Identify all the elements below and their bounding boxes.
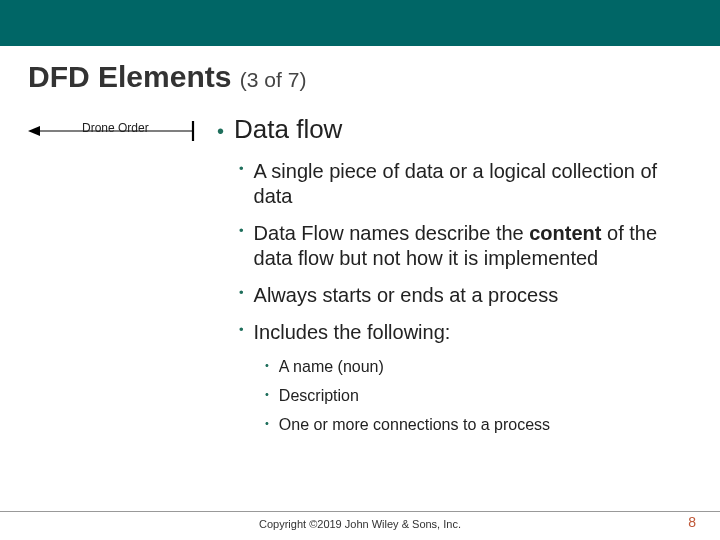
slide-title: DFD Elements bbox=[28, 60, 231, 93]
level2-item: •Always starts or ends at a process bbox=[239, 283, 692, 308]
level3-text: A name (noun) bbox=[279, 357, 384, 378]
bullet-icon: • bbox=[265, 357, 269, 375]
bullet-icon: • bbox=[239, 159, 244, 179]
data-flow-arrow-diagram: Drone Order bbox=[28, 118, 198, 144]
page-number: 8 bbox=[688, 514, 696, 530]
level2-text: Data Flow names describe the content of … bbox=[254, 221, 692, 271]
bullet-icon: • bbox=[265, 386, 269, 404]
heading-bullet: • Data flow bbox=[217, 114, 692, 145]
level2-text: A single piece of data or a logical coll… bbox=[254, 159, 692, 209]
level3-item: •One or more connections to a process bbox=[265, 415, 692, 436]
level2-item: •A single piece of data or a logical col… bbox=[239, 159, 692, 209]
footer: Copyright ©2019 John Wiley & Sons, Inc. bbox=[0, 511, 720, 540]
level3-list: •A name (noun)•Description•One or more c… bbox=[217, 357, 692, 435]
level2-text: Includes the following: bbox=[254, 320, 451, 345]
level3-text: One or more connections to a process bbox=[279, 415, 550, 436]
level3-text: Description bbox=[279, 386, 359, 407]
level2-list: •A single piece of data or a logical col… bbox=[217, 159, 692, 345]
content-row: Drone Order • Data flow •A single piece … bbox=[0, 102, 720, 443]
copyright-text: Copyright ©2019 John Wiley & Sons, Inc. bbox=[259, 518, 461, 530]
diagram-column: Drone Order bbox=[28, 114, 203, 443]
bullet-icon: • bbox=[239, 283, 244, 303]
level3-item: •A name (noun) bbox=[265, 357, 692, 378]
level3-item: •Description bbox=[265, 386, 692, 407]
bullet-icon: • bbox=[265, 415, 269, 433]
level2-item: •Data Flow names describe the content of… bbox=[239, 221, 692, 271]
bullet-icon: • bbox=[217, 121, 224, 141]
body-column: • Data flow •A single piece of data or a… bbox=[217, 114, 692, 443]
bullet-icon: • bbox=[239, 221, 244, 241]
slide-title-area: DFD Elements (3 of 7) bbox=[0, 46, 720, 102]
heading-text: Data flow bbox=[234, 114, 342, 145]
level2-text: Always starts or ends at a process bbox=[254, 283, 559, 308]
diagram-label: Drone Order bbox=[82, 121, 149, 135]
level2-item: •Includes the following: bbox=[239, 320, 692, 345]
slide-subtitle: (3 of 7) bbox=[240, 68, 307, 91]
svg-marker-1 bbox=[28, 126, 40, 136]
top-bar bbox=[0, 0, 720, 46]
bullet-icon: • bbox=[239, 320, 244, 340]
